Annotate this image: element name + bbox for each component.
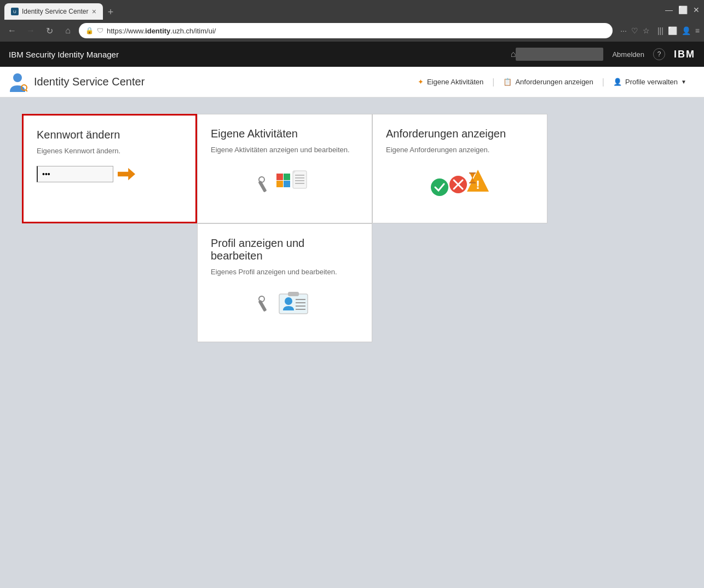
main-content: Kennwort ändern Eigenes Kennwort ändern.… [0,97,704,535]
card-anforderungen-title: Anforderungen anzeigen [386,128,534,140]
svg-point-29 [285,297,292,305]
nav-eigene-aktivitaeten[interactable]: ✦ Eigene Aktivitäten [409,78,492,86]
arrow-icon [118,166,135,182]
person-with-key-icon [10,72,27,92]
account-btn[interactable]: 👤 [682,26,691,35]
ibm-logo: IBM [674,49,695,60]
aktivitaeten-nav-icon: ✦ [418,78,424,86]
profile-nav-icon: 👤 [613,78,622,86]
lock-icon: 🔒 [85,27,94,34]
password-input-area [37,166,182,182]
forward-btn[interactable]: → [23,23,38,38]
svg-rect-27 [279,294,308,314]
nav-profile-verwalten[interactable]: 👤 Profile verwalten ▼ [604,78,695,86]
more-btn[interactable]: ··· [620,26,627,35]
svg-rect-9 [293,171,307,188]
password-input[interactable] [37,166,113,182]
cards-grid: Kennwort ändern Eigenes Kennwort ändern.… [22,114,547,342]
topbar-search[interactable] [516,48,603,61]
url-display: https://www.identity.uzh.ch/itim/ui/ [107,27,216,35]
card-profil-desc: Eigenes Profil anzeigen und bearbeiten. [211,268,359,276]
svg-line-2 [26,90,27,91]
ibm-topbar: IBM Security Identity Manager ⌂ Abmelden… [0,42,704,67]
app-header-icon [9,72,28,92]
app-header: Identity Service Center ✦ Eigene Aktivit… [0,67,704,97]
card-kennwort-desc: Eigenes Kennwort ändern. [37,147,182,155]
active-browser-tab[interactable]: U Identity Service Center × [4,3,103,20]
card-empty-1 [22,223,197,342]
url-suffix: .uzh.ch/itim/ui/ [170,27,216,35]
app-nav: ✦ Eigene Aktivitäten | 📋 Anforderungen a… [409,77,695,87]
app-title: Identity Service Center [34,76,409,88]
card-aktivitaeten-desc: Eigene Aktivitäten anzeigen und bearbeit… [211,146,359,154]
window-controls: — ⬜ ✕ [665,5,700,14]
anforderungen-icon-area: ! [386,163,534,206]
card-aktivitaeten-title: Eigene Aktivitäten [211,128,359,140]
card-anforderungen-desc: Eigene Anforderungen anzeigen. [386,146,534,154]
close-btn[interactable]: ✕ [693,5,700,14]
restore-btn[interactable]: ⬜ [678,5,688,14]
svg-rect-7 [276,181,283,187]
card-aktivitaeten[interactable]: Eigene Aktivitäten Eigene Aktivitäten an… [197,114,372,223]
back-btn[interactable]: ← [4,23,20,38]
address-bar[interactable]: 🔒 🛡 https://www.identity.uzh.ch/itim/ui/ [79,23,613,38]
url-prefix: https://www. [107,27,145,35]
extensions-btn[interactable]: ⬜ [668,26,677,35]
dropdown-arrow-icon: ▼ [681,79,686,85]
anforderungen-nav-label: Anforderungen anzeigen [515,78,593,86]
profil-icon [257,287,312,326]
tab-favicon: U [11,8,19,15]
nav-anforderungen[interactable]: 📋 Anforderungen anzeigen [494,78,602,86]
password-submit-btn[interactable] [118,166,135,182]
abmelden-btn[interactable]: Abmelden [612,50,644,59]
card-profil-title: Profil anzeigen und bearbeiten [211,237,359,262]
svg-rect-28 [288,292,299,296]
profil-icon-area [211,285,359,328]
topbar-right: Abmelden ? IBM [516,48,695,61]
bookmark-btn[interactable]: ♡ [631,26,638,35]
card-profil[interactable]: Profil anzeigen und bearbeiten Eigenes P… [197,223,372,342]
help-btn[interactable]: ? [653,48,665,60]
anforderungen-nav-icon: 📋 [503,78,512,86]
refresh-btn[interactable]: ↻ [42,23,57,38]
aktivitaeten-icon [257,165,312,204]
card-kennwort[interactable]: Kennwort ändern Eigenes Kennwort ändern. [22,114,197,223]
tab-close-btn[interactable]: × [92,7,96,16]
minimize-btn[interactable]: — [665,5,673,14]
card-empty-2 [372,223,547,342]
home-btn[interactable]: ⌂ [60,23,76,38]
profile-nav-label: Profile verwalten [625,78,678,86]
anforderungen-icon: ! [430,165,490,204]
svg-rect-5 [276,174,283,180]
url-domain: identity [145,27,170,35]
svg-point-0 [13,73,22,82]
star-btn[interactable]: ☆ [643,26,650,35]
svg-rect-6 [284,174,290,180]
aktivitaeten-nav-label: Eigene Aktivitäten [427,78,483,86]
library-btn[interactable]: ||| [657,26,663,35]
svg-point-26 [259,296,264,302]
menu-btn[interactable]: ≡ [695,26,700,35]
svg-point-15 [431,178,448,196]
svg-text:!: ! [476,178,480,192]
svg-rect-8 [284,181,290,187]
aktivitaeten-icon-area [211,163,359,206]
svg-point-4 [259,177,264,182]
tab-title: Identity Service Center [22,8,88,15]
card-kennwort-title: Kennwort ändern [37,129,182,141]
ibm-home-icon[interactable]: ⌂ [511,49,516,59]
svg-rect-24 [469,182,476,183]
card-anforderungen[interactable]: Anforderungen anzeigen Eigene Anforderun… [372,114,547,223]
nav-extra: ··· ♡ ☆ [620,26,650,35]
new-tab-btn[interactable]: + [103,4,118,20]
ibm-app-title: IBM Security Identity Manager [9,50,502,59]
svg-rect-23 [469,172,476,174]
shield-icon: 🛡 [97,27,103,34]
